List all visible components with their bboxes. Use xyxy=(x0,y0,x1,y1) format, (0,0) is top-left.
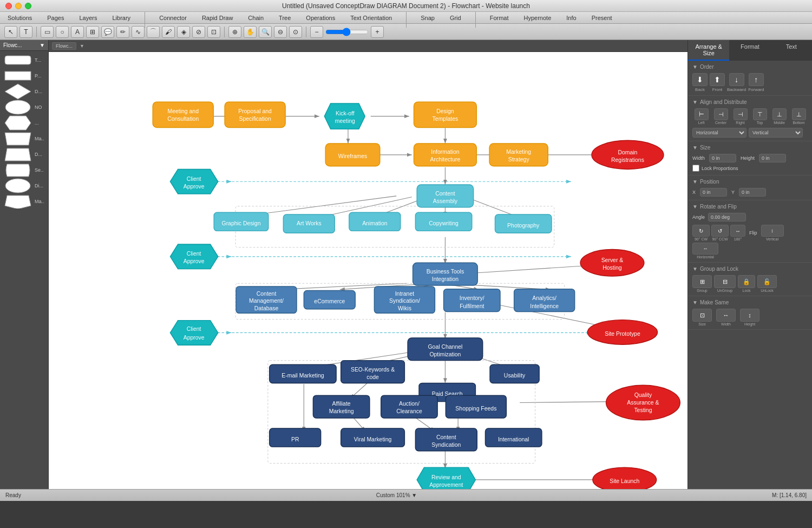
shape-item[interactable]: Ma... xyxy=(2,194,46,208)
shape-item[interactable]: ... xyxy=(2,116,46,130)
menu-text-orientation[interactable]: Text Orientation xyxy=(347,14,395,22)
zoom-slider[interactable] xyxy=(325,28,369,36)
menu-present[interactable]: Present xyxy=(588,14,615,22)
svg-text:Approve: Approve xyxy=(184,184,205,190)
tool-pencil[interactable]: ✏ xyxy=(116,26,129,38)
svg-text:Art Works: Art Works xyxy=(297,220,322,226)
tool-crop[interactable]: ⊡ xyxy=(207,26,220,38)
menu-solutions[interactable]: Solutions xyxy=(4,14,35,22)
align-top-btn[interactable]: ⊤ Top xyxy=(751,108,769,125)
svg-text:Assurance &: Assurance & xyxy=(627,400,659,406)
tool-arc[interactable]: ⌒ xyxy=(147,26,160,38)
make-same-width-btn[interactable]: ↔ Width xyxy=(716,309,736,326)
width-input[interactable] xyxy=(709,154,736,162)
minimize-button[interactable] xyxy=(15,3,22,9)
shape-item[interactable]: NO xyxy=(2,100,46,114)
tool-zoom-in[interactable]: 🔍 xyxy=(259,26,272,38)
tool-zoom-fit[interactable]: ⊕ xyxy=(228,26,241,38)
shape-item[interactable]: Se... xyxy=(2,163,46,177)
status-zoom[interactable]: Custom 101% ▼ xyxy=(376,492,417,498)
canvas-tab[interactable]: Flowc... xyxy=(52,42,76,50)
menu-snap[interactable]: Snap xyxy=(417,14,438,22)
tool-brush[interactable]: 🖌 xyxy=(162,26,175,38)
make-same-height-btn[interactable]: ↕ Height xyxy=(740,309,759,326)
tab-format[interactable]: Format xyxy=(729,40,770,61)
dropdown-arrow: ▼ xyxy=(40,42,45,48)
svg-text:Hosting: Hosting xyxy=(603,265,622,271)
menu-format[interactable]: Format xyxy=(487,14,512,22)
menu-tree[interactable]: Tree xyxy=(276,14,294,22)
flip-horizontal-btn[interactable]: ↔ Horizontal xyxy=(692,243,718,259)
menu-hypernote[interactable]: Hypernote xyxy=(521,14,555,22)
vertical-dropdown[interactable]: Vertical xyxy=(749,128,803,138)
shapes-dropdown[interactable]: Flowc... ▼ xyxy=(0,40,48,51)
lock-btn[interactable]: 🔒 Lock xyxy=(738,275,755,292)
menu-rapid-draw[interactable]: Rapid Draw xyxy=(199,14,236,22)
order-front-btn[interactable]: ⬆ Front xyxy=(710,73,725,92)
maximize-button[interactable] xyxy=(25,3,31,9)
menu-connector[interactable]: Connector xyxy=(156,14,190,22)
align-bottom-btn[interactable]: ⊥ Bottom xyxy=(790,108,808,125)
order-forward-btn[interactable]: ↑ Forward xyxy=(748,73,764,92)
height-input[interactable] xyxy=(759,154,786,162)
shape-list: T... P... D... NO ... Ma... xyxy=(0,51,48,489)
canvas-tab-arrow[interactable]: ▼ xyxy=(80,43,84,49)
tool-link[interactable]: ⊙ xyxy=(289,26,302,38)
rotate-cw-btn[interactable]: ↻ 90° CW xyxy=(692,225,710,241)
tab-text[interactable]: Text xyxy=(771,40,812,61)
section-make-same-header: ▼Make Same xyxy=(692,299,808,305)
shape-item[interactable]: Di... xyxy=(2,179,46,193)
y-input[interactable] xyxy=(739,188,766,197)
tool-pen[interactable]: ∿ xyxy=(132,26,145,38)
menu-library[interactable]: Library xyxy=(109,14,134,22)
window-controls xyxy=(5,3,31,9)
tool-zoom-out[interactable]: ⊖ xyxy=(274,26,287,38)
menu-info[interactable]: Info xyxy=(563,14,579,22)
shape-item[interactable]: D... xyxy=(2,147,46,161)
horizontal-dropdown[interactable]: Horizontal xyxy=(692,128,746,138)
tool-select[interactable]: ↖ xyxy=(4,26,17,38)
svg-text:Optimization: Optimization xyxy=(429,351,461,357)
tool-callout[interactable]: 💬 xyxy=(101,26,114,38)
align-right-btn[interactable]: ⊣ Right xyxy=(731,108,749,125)
ungroup-btn[interactable]: ⊟ UnGroup xyxy=(714,275,736,292)
lock-proportions-checkbox[interactable] xyxy=(692,165,699,172)
shape-item[interactable]: P... xyxy=(2,69,46,83)
menu-chain[interactable]: Chain xyxy=(245,14,267,22)
svg-text:Approve: Approve xyxy=(184,335,205,341)
shape-item[interactable]: D... xyxy=(2,84,46,99)
zoom-in-btn[interactable]: + xyxy=(371,26,384,38)
menu-operations[interactable]: Operations xyxy=(303,14,338,22)
window-title: Untitled (Unsaved ConceptDraw DIAGRAM Do… xyxy=(282,2,530,10)
order-backward-btn[interactable]: ↓ Backward xyxy=(727,73,746,92)
tool-rect[interactable]: ▭ xyxy=(41,26,54,38)
x-input[interactable] xyxy=(700,188,727,197)
rotate-180-btn[interactable]: ↔ 180° xyxy=(730,225,745,241)
align-left-btn[interactable]: ⊢ Left xyxy=(692,108,710,125)
flip-vertical-btn[interactable]: ↕ Vertical xyxy=(761,225,784,241)
order-back-btn[interactable]: ⬇ Back xyxy=(692,73,708,92)
group-btn[interactable]: ⊞ Group xyxy=(692,275,712,292)
menu-pages[interactable]: Pages xyxy=(44,14,67,22)
tool-hand[interactable]: ✋ xyxy=(244,26,257,38)
shape-item[interactable]: Ma... xyxy=(2,132,46,146)
close-button[interactable] xyxy=(5,3,12,9)
align-center-btn[interactable]: ⊣ Center xyxy=(712,108,730,125)
tab-arrange-size[interactable]: Arrange & Size xyxy=(688,40,729,61)
tool-fill[interactable]: ◈ xyxy=(177,26,190,38)
canvas[interactable]: Meeting and Consultation Proposal and Sp… xyxy=(49,52,687,489)
shape-item[interactable]: T... xyxy=(2,53,46,67)
tool-text2[interactable]: A xyxy=(71,26,84,38)
make-same-size-btn[interactable]: ⊡ Size xyxy=(692,309,712,326)
tool-oval[interactable]: ○ xyxy=(56,26,69,38)
zoom-out-btn[interactable]: − xyxy=(310,26,323,38)
align-middle-btn[interactable]: ⊥ Middle xyxy=(770,108,788,125)
menu-layers[interactable]: Layers xyxy=(76,14,100,22)
unlock-btn[interactable]: 🔓 UnLock xyxy=(757,275,777,292)
tool-table[interactable]: ⊞ xyxy=(86,26,99,38)
tool-eyedrop[interactable]: ⊘ xyxy=(192,26,205,38)
rotate-ccw-btn[interactable]: ↺ 90° CCW xyxy=(711,225,729,241)
menu-grid[interactable]: Grid xyxy=(447,14,464,22)
tool-text[interactable]: T xyxy=(19,26,32,38)
angle-input[interactable] xyxy=(708,213,746,221)
